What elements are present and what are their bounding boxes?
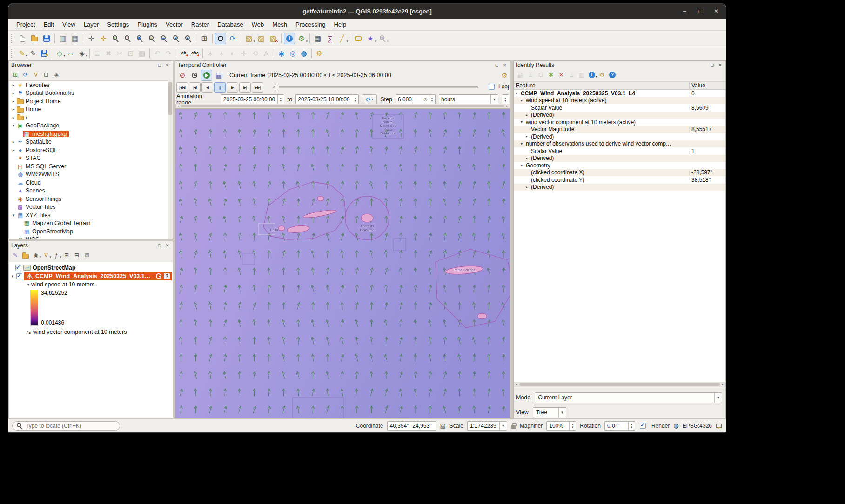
browser-close-button[interactable]: [164, 62, 170, 68]
expander-icon[interactable]: [10, 274, 15, 279]
layers-close-button[interactable]: [164, 243, 170, 249]
copy-features-icon[interactable]: ⊡: [126, 48, 136, 59]
map-canvas[interactable]: ReservaNaturalMarinha doMonteSubmarinoAn…: [175, 109, 510, 418]
play-backward-button[interactable]: ◀: [201, 82, 213, 93]
menu-database[interactable]: Database: [213, 19, 248, 30]
step-unit-combobox[interactable]: hours: [439, 94, 498, 105]
browser-scrollbar[interactable]: [168, 80, 173, 239]
browser-item-scenes[interactable]: ▲Scenes: [9, 187, 168, 195]
project-open-icon[interactable]: [29, 33, 40, 44]
expander-icon[interactable]: ▸: [11, 83, 16, 87]
layer-checkbox[interactable]: [16, 273, 22, 279]
browser-add-layer-icon[interactable]: ⊞: [11, 70, 20, 80]
browser-properties-icon[interactable]: ◈: [52, 70, 61, 80]
rewind-button[interactable]: |◀◀: [176, 82, 188, 93]
expander-icon[interactable]: ▸: [526, 185, 531, 189]
metasearch-icon[interactable]: ◉: [276, 48, 287, 59]
toggle-editing-icon[interactable]: ✎: [28, 48, 38, 59]
browser-item-meshgfi-gpkg[interactable]: ▦meshgfi.gpkg: [9, 130, 168, 138]
extents-toggle-icon[interactable]: ▧: [440, 423, 446, 429]
map-tips-icon[interactable]: [353, 33, 364, 44]
identify-row-derived[interactable]: ▸(Derived): [514, 155, 725, 162]
pin-labels-icon[interactable]: ∗: [205, 48, 215, 59]
menu-layer[interactable]: Layer: [80, 19, 103, 30]
expander-icon[interactable]: ▸: [11, 91, 16, 95]
browser-item-project-home[interactable]: ▸Project Home: [9, 97, 168, 106]
time-slider[interactable]: [273, 86, 478, 88]
browser-item-spatialite[interactable]: ▸✒SpatiaLite: [9, 138, 168, 146]
temporal-navigation-animated-icon[interactable]: ▶: [201, 70, 212, 81]
browser-collapse-all-icon[interactable]: ⊟: [41, 70, 51, 80]
scroll-right-arrow[interactable]: ▸: [720, 383, 725, 386]
browser-item-wms-wmts[interactable]: ◍WMS/WMTS: [9, 171, 168, 179]
crs-globe-icon[interactable]: ◍: [673, 423, 678, 429]
search-layers-icon[interactable]: ◎: [288, 48, 298, 59]
rotation-spinbox[interactable]: 0,0 °: [604, 421, 635, 431]
identify-row-derived[interactable]: ▸(Derived): [514, 112, 725, 119]
expander-icon[interactable]: ▸: [526, 134, 531, 139]
menu-project[interactable]: Project: [12, 19, 39, 30]
add-polygon-feature-icon[interactable]: ▱: [66, 48, 76, 59]
render-checkbox[interactable]: [640, 423, 646, 429]
spinner[interactable]: [502, 95, 509, 104]
identify-row-ccmp-wind-analysis-20250325-v03-1-l4[interactable]: ▾CCMP_Wind_Analysis_20250325_V03.1_L40: [514, 90, 725, 97]
identify-settings-icon[interactable]: ⚙: [597, 70, 607, 80]
spinner[interactable]: [352, 95, 358, 104]
filter-by-expression-icon[interactable]: ƒ▾: [52, 251, 61, 260]
scroll-right-arrow[interactable]: ▸: [505, 104, 510, 108]
open-layer-styling-icon[interactable]: ✎: [11, 251, 20, 260]
remove-layer-icon[interactable]: ⊠: [82, 251, 92, 260]
temporal-navigation-fixed-range-icon[interactable]: [189, 70, 200, 81]
save-layer-edits-icon[interactable]: ✎: [39, 48, 49, 59]
temporal-controller-icon[interactable]: [215, 33, 226, 44]
filter-legend-icon[interactable]: ∇▾: [41, 251, 51, 260]
paste-features-icon[interactable]: ▤: [137, 48, 147, 59]
step-input[interactable]: 6,000: [396, 94, 436, 105]
zoom-out-icon[interactable]: −: [122, 33, 133, 44]
zoom-full-icon[interactable]: ◆: [134, 33, 145, 44]
close-button[interactable]: ✕: [710, 6, 722, 16]
browser-item-home[interactable]: ▸Home: [9, 106, 168, 114]
menu-plugins[interactable]: Plugins: [133, 19, 161, 30]
legend-group-wind-vector[interactable]: ↘ wind vector component at 10 meters: [9, 328, 173, 336]
collapse-all-icon[interactable]: ⊟: [72, 251, 81, 260]
temporal-float-button[interactable]: [494, 62, 500, 68]
clear-step-icon[interactable]: [422, 97, 429, 103]
magnifier-spinbox[interactable]: 100%: [546, 421, 576, 431]
menu-web[interactable]: Web: [248, 19, 268, 30]
deselect-features-icon[interactable]: ▧✕: [268, 33, 279, 44]
coordinate-input[interactable]: 40,354° -24,953°: [387, 421, 436, 431]
minimize-button[interactable]: –: [678, 6, 691, 16]
browser-refresh-icon[interactable]: ⟳: [21, 70, 30, 80]
expand-new-results-icon[interactable]: ✱: [546, 70, 556, 80]
lock-scale-icon[interactable]: [511, 425, 516, 429]
expand-tree-icon[interactable]: ⊞: [526, 70, 535, 80]
show-hide-labels-icon[interactable]: ◐: [228, 48, 238, 59]
expander-icon[interactable]: ▸: [11, 99, 16, 104]
maximize-button[interactable]: □: [694, 6, 706, 16]
scrollbar-thumb[interactable]: [519, 383, 720, 386]
temporal-settings-icon[interactable]: [500, 72, 509, 79]
hub-browser-icon[interactable]: ◍: [299, 48, 309, 59]
expander-icon[interactable]: ▾: [11, 123, 16, 128]
identify-row-vector-magnitude[interactable]: Vector Magnitude8,55517: [514, 126, 725, 133]
temporal-hscrollbar[interactable]: ◂ ▸: [175, 104, 510, 108]
browser-item-cloud[interactable]: ☁Cloud: [9, 179, 168, 187]
zoom-to-selection-icon[interactable]: ▪: [146, 33, 157, 44]
menu-processing[interactable]: Processing: [291, 19, 329, 30]
spinner[interactable]: [628, 422, 635, 430]
browser-item-xyz-tiles[interactable]: ▾▦XYZ Tiles: [9, 211, 168, 219]
project-save-icon[interactable]: [41, 33, 52, 44]
identify-row-geometry[interactable]: ▾Geometry: [514, 162, 725, 169]
clear-results-icon[interactable]: ✕: [557, 70, 566, 80]
expander-icon[interactable]: ▾: [11, 213, 16, 218]
identify-row-scalar-value[interactable]: Scalar Value1: [514, 147, 725, 155]
scroll-left-arrow[interactable]: ◂: [514, 383, 519, 386]
manage-map-themes-icon[interactable]: ◉▾: [31, 251, 40, 260]
browser-item-geopackage[interactable]: ▾▣GeoPackage: [9, 122, 168, 130]
scrollbar-thumb[interactable]: [168, 82, 172, 115]
menu-help[interactable]: Help: [329, 19, 350, 30]
vertex-tool-icon[interactable]: ◈▾: [77, 48, 87, 59]
spinner[interactable]: [429, 95, 435, 104]
identify-row-wind-speed-at-10-meters-active[interactable]: ▾wind speed at 10 meters (active): [514, 97, 725, 105]
